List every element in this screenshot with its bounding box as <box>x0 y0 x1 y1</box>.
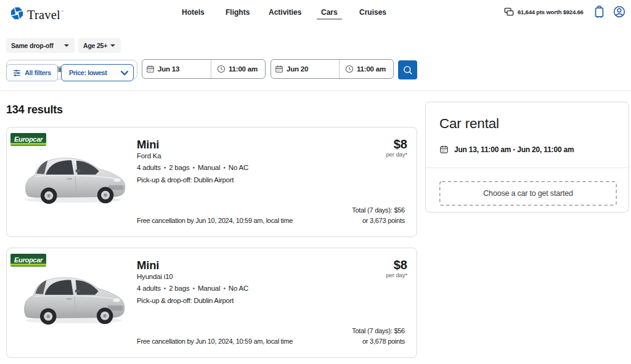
calendar-icon <box>275 65 283 73</box>
search-button[interactable] <box>398 60 417 79</box>
filter-sliders-icon <box>13 69 21 77</box>
dropoff-date-field[interactable]: Jun 20 <box>271 60 340 78</box>
credit-cards-icon <box>504 7 514 17</box>
all-filters-label: All filters <box>25 69 51 76</box>
sort-dropdown[interactable]: Price: lowest <box>61 64 134 81</box>
chevron-down-icon <box>120 70 129 76</box>
header-divider <box>0 91 631 91</box>
chase-logo-icon <box>10 7 23 20</box>
panel-date-range: Jun 13, 11:00 am - Jun 20, 11:00 am <box>454 145 574 154</box>
car-specs: 4 adults●2 bags●Manual●No AC <box>137 163 248 172</box>
nav-flights[interactable]: Flights <box>226 7 250 17</box>
nav-cars-active-underline <box>317 18 342 20</box>
car-rental-summary-panel: Car rental Jun 13, 11:00 am - Jun 20, 11… <box>425 102 629 212</box>
car-price-unit: per day* <box>386 272 407 278</box>
car-price: $8 <box>394 137 407 152</box>
dropoff-time-value: 11:00 am <box>357 65 386 73</box>
car-category: Mini <box>137 259 159 272</box>
brand-name: Travel™ <box>27 5 63 22</box>
europcar-logo: Europcar <box>10 254 46 267</box>
panel-title: Car rental <box>439 116 499 132</box>
car-model: Ford Ka <box>137 152 161 160</box>
rewards-summary[interactable]: 61,644 pts worth $924.66 <box>504 7 584 17</box>
calendar-icon <box>146 65 155 73</box>
choose-car-placeholder: Choose a car to get started <box>439 181 617 206</box>
dropoff-type-label: Same drop-off <box>11 42 64 49</box>
dropoff-type-chip[interactable]: Same drop-off <box>6 38 75 53</box>
car-photo <box>18 267 129 326</box>
nav-cruises[interactable]: Cruises <box>359 7 386 17</box>
caret-down-icon <box>64 44 69 47</box>
dashed-border <box>439 181 617 206</box>
car-model: Hyundai i10 <box>137 273 173 281</box>
car-result-card[interactable]: Europcar <box>6 127 417 237</box>
sort-label: Price: lowest <box>69 69 120 76</box>
pickup-time-field[interactable]: 11:00 am <box>211 60 265 78</box>
car-price-unit: per day* <box>386 151 407 158</box>
nav-cars[interactable]: Cars <box>321 7 338 17</box>
calendar-icon <box>439 145 449 154</box>
nav-hotels[interactable]: Hotels <box>182 7 205 17</box>
search-icon <box>402 65 413 76</box>
car-points: or 3,673 points <box>362 217 405 225</box>
car-cancellation: Free cancellation by Jun 10, 2024, 10:59… <box>137 338 293 346</box>
caret-down-icon <box>110 44 115 47</box>
all-filters-button[interactable]: All filters <box>6 64 58 81</box>
car-total: Total (7 days): $56 <box>352 206 405 214</box>
car-pickup-location: Pick-up & drop-off: Dublin Airport <box>137 296 234 305</box>
results-count: 134 results <box>6 103 63 116</box>
driver-age-label: Age 25+ <box>83 42 110 49</box>
car-category: Mini <box>137 138 159 152</box>
car-price: $8 <box>394 258 407 272</box>
dropoff-time-field[interactable]: 11:00 am <box>340 60 393 78</box>
page: Travel™ Hotels Flights Activities Cars C… <box>0 0 631 364</box>
dropoff-datetime-group: Jun 20 11:00 am <box>271 59 394 79</box>
car-result-card[interactable]: Europcar <box>6 248 417 358</box>
car-pickup-location: Pick-up & drop-off: Dublin Airport <box>137 176 234 184</box>
driver-age-chip[interactable]: Age 25+ <box>78 38 121 53</box>
rewards-text: 61,644 pts worth $924.66 <box>518 9 584 15</box>
trademark: ™ <box>60 10 63 13</box>
europcar-logo: Europcar <box>10 133 46 146</box>
car-points: or 3,678 points <box>362 338 405 346</box>
car-total: Total (7 days): $56 <box>352 327 405 335</box>
luggage-icon[interactable] <box>595 6 604 18</box>
account-icon[interactable] <box>613 6 625 18</box>
panel-date-range-row: Jun 13, 11:00 am - Jun 20, 11:00 am <box>439 145 574 154</box>
dropoff-date-value: Jun 20 <box>287 65 308 73</box>
clock-icon <box>217 65 226 73</box>
car-photo <box>18 146 129 206</box>
pickup-time-value: 11:00 am <box>229 65 258 73</box>
clock-icon <box>345 65 354 73</box>
nav-activities[interactable]: Activities <box>269 7 301 17</box>
panel-divider <box>426 168 629 168</box>
brand[interactable]: Travel™ <box>10 5 63 22</box>
pickup-date-field[interactable]: Jun 13 <box>142 60 211 78</box>
car-specs: 4 adults●2 bags●Manual●No AC <box>137 284 248 293</box>
car-cancellation: Free cancellation by Jun 10, 2024, 10:59… <box>137 217 293 225</box>
pickup-date-value: Jun 13 <box>158 65 179 73</box>
pickup-datetime-group: Jun 13 11:00 am <box>142 59 266 79</box>
